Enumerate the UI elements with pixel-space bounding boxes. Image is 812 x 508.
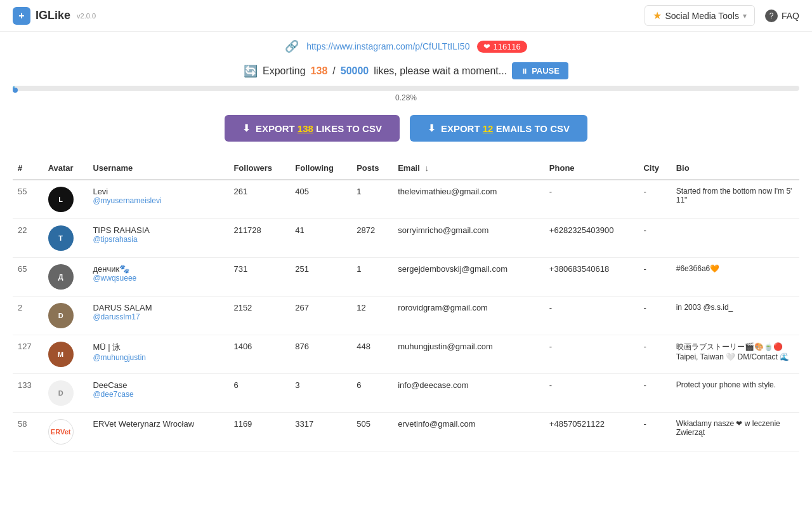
row-username: DARUS SALAM @darusslm17 <box>88 297 228 335</box>
exporting-suffix: likes, please wait a moment... <box>374 65 507 77</box>
row-phone: +380683540618 <box>544 258 639 297</box>
col-city: City <box>638 157 671 180</box>
row-username: Levi @myusernameislevi <box>88 180 228 219</box>
table-row: 65 Д денчик🐾 @wwqsueee 731 251 1 sergejd… <box>13 258 799 297</box>
row-username: DeeCase @dee7case <box>88 374 228 413</box>
col-username: Username <box>88 157 228 180</box>
col-following: Following <box>290 157 351 180</box>
row-bio: 映画ラブストーリー🎬🎨🍵🔴 Taipei, Taiwan 🤍 DM/Contac… <box>671 335 799 374</box>
row-city: - <box>638 180 671 219</box>
row-posts: 1 <box>351 180 393 219</box>
col-phone: Phone <box>544 157 639 180</box>
row-num: 58 <box>13 413 43 451</box>
row-num: 22 <box>13 219 43 258</box>
row-city: - <box>638 413 671 451</box>
row-posts: 448 <box>351 335 393 374</box>
row-followers: 211728 <box>228 219 290 258</box>
row-city: - <box>638 335 671 374</box>
row-num: 65 <box>13 258 43 297</box>
progress-section: 0.28% <box>0 83 812 107</box>
table-row: 22 T TIPS RAHASIA @tipsrahasia 211728 41… <box>13 219 799 258</box>
header: + IGLike v2.0.0 ★ Social Media Tools ▾ ?… <box>0 0 812 32</box>
col-email[interactable]: Email ↓ <box>393 157 544 180</box>
col-bio: Bio <box>671 157 799 180</box>
progress-label: 0.28% <box>13 93 799 102</box>
chevron-down-icon: ▾ <box>743 11 747 20</box>
row-followers: 2152 <box>228 297 290 335</box>
row-email: info@deecase.com <box>393 374 544 413</box>
row-following: 267 <box>290 297 351 335</box>
separator: / <box>332 65 335 77</box>
row-posts: 2872 <box>351 219 393 258</box>
row-phone: - <box>544 180 639 219</box>
col-num: # <box>13 157 43 180</box>
logo-version: v2.0.0 <box>77 12 96 20</box>
row-avatar: L <box>43 180 88 219</box>
email-sort-icon: ↓ <box>424 163 429 173</box>
row-posts: 1 <box>351 258 393 297</box>
faq-button[interactable]: ? FAQ <box>765 10 799 22</box>
row-bio: in 2003 @s.s.id_ <box>671 297 799 335</box>
row-email: muhungjustin@gmail.com <box>393 335 544 374</box>
link-icon: 🔗 <box>285 39 299 53</box>
export-likes-button[interactable]: ⬇ EXPORT 138 LIKES TO CSV <box>225 115 400 142</box>
url-bar: 🔗 https://www.instagram.com/p/CfULTtILI5… <box>0 32 812 58</box>
pause-label: PAUSE <box>532 66 560 76</box>
download-icon-emails: ⬇ <box>428 123 436 134</box>
progress-bar <box>13 86 799 91</box>
row-followers: 1169 <box>228 413 290 451</box>
col-avatar: Avatar <box>43 157 88 180</box>
row-num: 55 <box>13 180 43 219</box>
download-icon-likes: ⬇ <box>242 123 251 134</box>
row-following: 251 <box>290 258 351 297</box>
row-email: rorovidgram@gmail.com <box>393 297 544 335</box>
row-username: ERVet Weterynarz Wrocław <box>88 413 228 451</box>
row-following: 41 <box>290 219 351 258</box>
row-bio: Wkładamy nasze ❤ w leczenie Zwierząt <box>671 413 799 451</box>
row-bio <box>671 219 799 258</box>
row-num: 2 <box>13 297 43 335</box>
logo: + IGLike v2.0.0 <box>13 7 96 25</box>
row-num: 133 <box>13 374 43 413</box>
row-phone: - <box>544 374 639 413</box>
faq-label: FAQ <box>782 11 799 21</box>
row-city: - <box>638 258 671 297</box>
question-icon: ? <box>765 10 778 22</box>
export-emails-label: EXPORT 12 EMAILS TO CSV <box>441 123 570 134</box>
pause-button[interactable]: ⏸ PAUSE <box>512 62 568 79</box>
table-header-row: # Avatar Username Followers Following Po… <box>13 157 799 180</box>
row-city: - <box>638 297 671 335</box>
likes-count: 116116 <box>493 42 520 51</box>
export-status: 🔄 Exporting 138 / 50000 likes, please wa… <box>0 58 812 83</box>
row-following: 405 <box>290 180 351 219</box>
col-followers: Followers <box>228 157 290 180</box>
row-avatar: D <box>43 374 88 413</box>
row-followers: 6 <box>228 374 290 413</box>
row-bio: #6е3б6а6🧡 <box>671 258 799 297</box>
pause-icon: ⏸ <box>521 67 528 75</box>
likes-table: # Avatar Username Followers Following Po… <box>13 157 799 451</box>
table-row: 58 ERVet ERVet Weterynarz Wrocław 1169 3… <box>13 413 799 451</box>
instagram-url[interactable]: https://www.instagram.com/p/CfULTtILI50 <box>306 41 469 51</box>
progress-start-dot <box>13 88 18 93</box>
export-emails-button[interactable]: ⬇ EXPORT 12 EMAILS TO CSV <box>410 115 587 142</box>
row-city: - <box>638 374 671 413</box>
row-city: - <box>638 219 671 258</box>
social-media-tools-button[interactable]: ★ Social Media Tools ▾ <box>645 5 755 26</box>
row-username: TIPS RAHASIA @tipsrahasia <box>88 219 228 258</box>
row-num: 127 <box>13 335 43 374</box>
refresh-icon: 🔄 <box>244 64 258 78</box>
row-bio: Protect your phone with style. <box>671 374 799 413</box>
row-phone: - <box>544 297 639 335</box>
col-posts: Posts <box>351 157 393 180</box>
row-avatar: ERVet <box>43 413 88 451</box>
export-likes-label: EXPORT 138 LIKES TO CSV <box>256 123 382 134</box>
social-media-tools-label: Social Media Tools <box>665 11 739 21</box>
row-posts: 505 <box>351 413 393 451</box>
row-phone: +48570521122 <box>544 413 639 451</box>
table-row: 55 L Levi @myusernameislevi 261 405 1 th… <box>13 180 799 219</box>
row-username: денчик🐾 @wwqsueee <box>88 258 228 297</box>
star-icon: ★ <box>653 10 662 22</box>
row-followers: 731 <box>228 258 290 297</box>
total-count: 50000 <box>341 65 369 77</box>
